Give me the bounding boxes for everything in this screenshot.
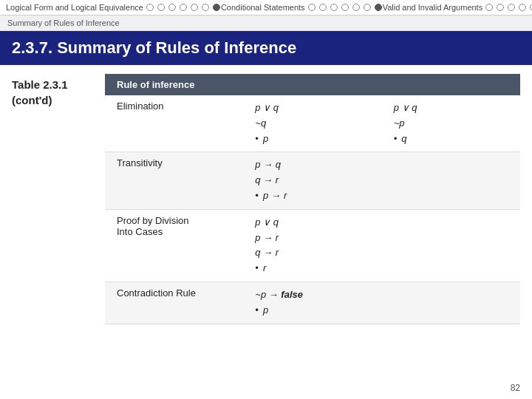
elim-col3-math: p ∨ q ~p • q: [394, 100, 508, 146]
row-transitivity-name: Transitivity: [105, 152, 243, 209]
elim-c2-l2: ~q: [255, 116, 369, 132]
page-number: 82: [511, 383, 520, 393]
dot-1: [146, 4, 154, 11]
row-elimination: Elimination p ∨ q ~q • p p ∨ q ~p • q: [105, 95, 520, 152]
dot-3: [168, 4, 176, 11]
nav-left: Logical Form and Logical Equivalence: [6, 3, 221, 12]
col-header-rule: Rule of inference: [105, 74, 243, 95]
main-content: Table 2.3.1 (cont'd) Rule of inference E…: [0, 65, 532, 333]
dot-c1: [308, 4, 316, 11]
row-contradiction-name: Contradiction Rule: [105, 282, 243, 324]
table-label-line2: (cont'd): [12, 94, 52, 106]
dot-c6: [364, 4, 371, 11]
trans-math: p → q q → r • p → r: [255, 157, 508, 203]
row-elimination-col2: p ∨ q ~q • p: [243, 95, 381, 152]
trans-l1: p → q: [255, 157, 508, 173]
nav-right-title: Valid and Invalid Arguments: [383, 3, 483, 12]
contra-l1: ~p → false: [255, 287, 508, 303]
nav-left-title: Logical Form and Logical Equivalence: [6, 3, 143, 12]
row-transitivity-col2: p → q q → r • p → r: [243, 152, 520, 209]
dot-r1: [485, 4, 493, 11]
elim-c2-l3: • p: [255, 132, 369, 147]
row-proof-by-division: Proof by DivisionInto Cases p ∨ q p → r …: [105, 209, 520, 282]
dot-c5: [352, 4, 360, 11]
dot-6: [202, 4, 209, 11]
dot-r4: [519, 4, 526, 11]
dot-c2: [319, 4, 327, 11]
dot-c4: [341, 4, 349, 11]
trans-l2: q → r: [255, 173, 508, 188]
pbd-l1: p ∨ q: [255, 215, 508, 231]
row-elimination-col3: p ∨ q ~p • q: [382, 95, 520, 152]
row-pbd-col2: p ∨ q p → r q → r • r: [243, 209, 520, 282]
dot-2: [157, 4, 165, 11]
pbd-l2: p → r: [255, 231, 508, 246]
contra-l2: • p: [255, 303, 508, 318]
row-contradiction-col2: ~p → false • p: [243, 282, 520, 324]
elim-col2-math: p ∨ q ~q • p: [255, 100, 369, 146]
breadcrumb: Summary of Rules of Inference: [0, 16, 532, 31]
pbd-l4: • r: [255, 261, 508, 276]
table-label-line1: Table 2.3.1: [12, 78, 68, 91]
section-title: 2.3.7. Summary of Rules of Inference: [0, 31, 532, 65]
inference-table: Rule of inference Elimination p ∨ q ~q •…: [105, 74, 520, 324]
elim-c3-l2: ~p: [394, 116, 508, 132]
dot-4: [180, 4, 187, 11]
col-header-2: [243, 74, 381, 95]
row-pbd-name: Proof by DivisionInto Cases: [105, 209, 243, 282]
nav-right: Valid and Invalid Arguments: [383, 3, 532, 12]
dot-r3: [508, 4, 515, 11]
dot-c3: [330, 4, 338, 11]
elim-c3-l1: p ∨ q: [394, 100, 508, 116]
trans-l3: • p → r: [255, 188, 508, 204]
dot-r2: [497, 4, 504, 11]
row-contradiction: Contradiction Rule ~p → false • p: [105, 282, 520, 324]
dot-c7: [375, 4, 382, 11]
col-header-3: [382, 74, 520, 95]
nav-center: Conditional Statements: [221, 3, 383, 12]
elim-c2-l1: p ∨ q: [255, 100, 369, 116]
dot-7: [213, 4, 220, 11]
elim-c3-l3: • q: [394, 132, 508, 147]
contra-math: ~p → false • p: [255, 287, 508, 318]
pbd-math: p ∨ q p → r q → r • r: [255, 215, 508, 276]
row-transitivity: Transitivity p → q q → r • p → r: [105, 152, 520, 209]
row-elimination-name: Elimination: [105, 95, 243, 152]
dot-5: [191, 4, 198, 11]
nav-center-title: Conditional Statements: [221, 3, 305, 12]
table-header-row: Rule of inference: [105, 74, 520, 95]
table-label: Table 2.3.1 (cont'd): [12, 74, 93, 324]
pbd-l3: q → r: [255, 245, 508, 261]
top-nav: Logical Form and Logical Equivalence Con…: [0, 0, 532, 16]
